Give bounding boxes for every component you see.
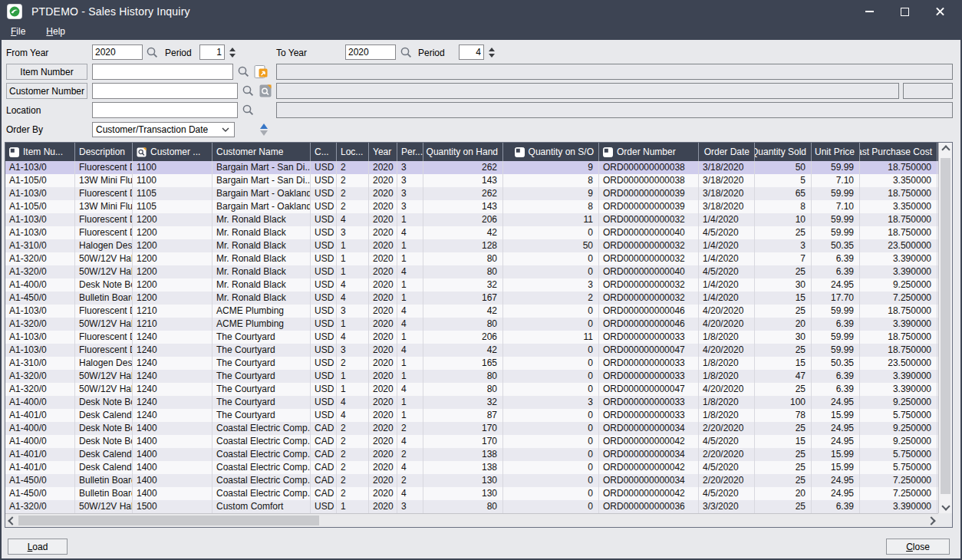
table-row[interactable]: A1-105/013W Mini Fluore...1105Bargain Ma… — [5, 200, 938, 213]
customer-inquiry-icon[interactable] — [259, 84, 272, 98]
scroll-left-button[interactable] — [7, 514, 18, 527]
location-finder-icon[interactable] — [242, 104, 255, 117]
table-row[interactable]: A1-320/050W/12V Halog...1500Custom Comfo… — [5, 500, 938, 513]
cell-customer_number: 1200 — [133, 213, 212, 226]
from-period-label: Period — [165, 48, 192, 58]
cell-quantity_on_so: 0 — [503, 435, 599, 448]
table-row[interactable]: A1-310/0Halogen Desk Li...1240The Courty… — [5, 357, 938, 370]
menu-help[interactable]: Help — [46, 26, 65, 37]
scroll-down-button[interactable] — [939, 501, 952, 512]
vertical-scroll-thumb[interactable] — [941, 158, 950, 494]
scroll-up-button[interactable] — [939, 144, 952, 155]
table-row[interactable]: A1-450/0Bulletin Board1200Mr. Ronald Bla… — [5, 292, 938, 305]
column-header-order_number[interactable]: Order Number — [599, 143, 699, 161]
table-row[interactable]: A1-400/0Desk Note Book1400Coastal Electr… — [5, 422, 938, 435]
sort-direction-control[interactable] — [259, 121, 269, 138]
customer-finder-icon[interactable] — [242, 84, 255, 97]
column-header-description[interactable]: Description — [75, 143, 133, 161]
item-number-input[interactable] — [92, 64, 233, 80]
column-header-quantity_on_so[interactable]: Quantity on S/O — [503, 143, 599, 161]
item-finder-icon[interactable] — [237, 65, 250, 78]
table-row[interactable]: A1-103/0Fluorescent Des...1200Mr. Ronald… — [5, 213, 938, 226]
table-row[interactable]: A1-450/0Bulletin Board1400Coastal Electr… — [5, 487, 938, 500]
table-row[interactable]: A1-320/050W/12V Halog...1210ACME Plumbin… — [5, 318, 938, 331]
table-row[interactable]: A1-103/0Fluorescent Des...1210ACME Plumb… — [5, 305, 938, 318]
table-row[interactable]: A1-401/0Desk Calendar ...1400Coastal Ele… — [5, 461, 938, 474]
table-row[interactable]: A1-400/0Desk Note Book1240The CourtyardU… — [5, 396, 938, 409]
table-row[interactable]: A1-320/050W/12V Halog...1200Mr. Ronald B… — [5, 265, 938, 278]
table-row[interactable]: A1-401/0Desk Calendar ...1240The Courtya… — [5, 409, 938, 422]
menu-file[interactable]: File — [11, 26, 25, 37]
cell-location: 2 — [337, 422, 369, 435]
column-header-quantity_on_hand[interactable]: Quantity on Hand — [423, 143, 503, 161]
close-window-button[interactable] — [922, 0, 957, 23]
column-header-customer_name[interactable]: Customer Name — [212, 143, 311, 161]
cell-year: 2020 — [369, 239, 397, 252]
column-header-order_date[interactable]: Order Date — [699, 143, 755, 161]
column-header-period[interactable]: Per... — [397, 143, 423, 161]
cell-last_purchase_cost: 5.750000 — [860, 409, 937, 422]
table-row[interactable]: A1-103/0Fluorescent Des...1240The Courty… — [5, 331, 938, 344]
cell-order_date: 1/4/2020 — [699, 278, 755, 292]
cell-quantity_on_hand: 130 — [423, 487, 503, 500]
close-button[interactable]: Close — [886, 539, 950, 555]
column-header-year[interactable]: Year — [369, 143, 397, 161]
table-row[interactable]: A1-310/0Halogen Desk Li...1200Mr. Ronald… — [5, 239, 938, 252]
column-header-location[interactable]: Loc... — [337, 143, 369, 161]
table-row[interactable]: A1-103/0Fluorescent Des...1200Mr. Ronald… — [5, 226, 938, 239]
table-row[interactable]: A1-103/0Fluorescent Des...1240The Courty… — [5, 344, 938, 357]
column-header-item_number[interactable]: Item Nu... — [5, 143, 75, 161]
table-row[interactable]: A1-103/0Fluorescent Des...1100Bargain Ma… — [5, 161, 938, 174]
from-year-finder-icon[interactable] — [146, 46, 159, 59]
cell-quantity_on_so: 0 — [503, 500, 599, 513]
item-drilldown-icon[interactable] — [254, 64, 268, 79]
horizontal-scrollbar[interactable] — [5, 513, 938, 527]
column-header-quantity_sold[interactable]: Quantity Sold — [755, 143, 812, 161]
from-year-input[interactable] — [92, 44, 143, 60]
scroll-right-button[interactable] — [926, 514, 937, 527]
column-header-currency[interactable]: C... — [311, 143, 337, 161]
cell-unit_price: 15.99 — [812, 461, 860, 474]
load-button[interactable]: Load — [8, 539, 68, 555]
table-row[interactable]: A1-320/050W/12V Halog...1240The Courtyar… — [5, 370, 938, 383]
table-row[interactable]: A1-105/013W Mini Fluore...1100Bargain Ma… — [5, 174, 938, 187]
drilldown-icon — [515, 147, 525, 157]
from-period-spinner[interactable] — [227, 44, 237, 60]
cell-last_purchase_cost: 5.750000 — [860, 448, 937, 461]
from-period-input[interactable] — [199, 44, 225, 60]
table-row[interactable]: A1-103/0Fluorescent Des...1105Bargain Ma… — [5, 187, 938, 200]
column-header-customer_number[interactable]: Customer ... — [133, 143, 212, 161]
customer-number-button[interactable]: Customer Number — [6, 83, 87, 99]
table-row[interactable]: A1-450/0Bulletin Board1400Coastal Electr… — [5, 474, 938, 487]
table-row[interactable]: A1-320/050W/12V Halog...1200Mr. Ronald B… — [5, 252, 938, 265]
cell-customer_name: Bargain Mart - Oakland — [212, 200, 311, 213]
minimize-button[interactable] — [852, 0, 887, 23]
to-period-spinner[interactable] — [486, 44, 496, 60]
cell-quantity_on_hand: 165 — [423, 357, 503, 370]
customer-number-input[interactable] — [92, 83, 238, 99]
table-row[interactable]: A1-400/0Desk Note Book1400Coastal Electr… — [5, 435, 938, 448]
order-by-select[interactable]: Customer/Transaction Date — [92, 122, 235, 137]
maximize-button[interactable] — [887, 0, 922, 23]
item-number-button[interactable]: Item Number — [6, 64, 87, 80]
horizontal-scroll-thumb[interactable] — [18, 516, 319, 525]
cell-currency: CAD — [311, 435, 337, 448]
table-row[interactable]: A1-401/0Desk Calendar ...1400Coastal Ele… — [5, 448, 938, 461]
table-row[interactable]: A1-400/0Desk Note Book1200Mr. Ronald Bla… — [5, 278, 938, 292]
cell-quantity_on_hand: 80 — [423, 500, 503, 513]
location-input[interactable] — [92, 102, 238, 118]
to-year-input[interactable] — [345, 44, 396, 60]
column-header-last_purchase_cost[interactable]: Last Purchase Cost — [860, 143, 937, 161]
cell-customer_number: 1200 — [133, 292, 212, 305]
vertical-scrollbar[interactable] — [938, 143, 952, 513]
cell-last_purchase_cost: 5.750000 — [860, 461, 937, 474]
cell-quantity_sold: 50 — [755, 161, 812, 174]
table-row[interactable]: A1-320/050W/12V Halog...1240The Courtyar… — [5, 383, 938, 396]
column-header-unit_price[interactable]: Unit Price — [812, 143, 860, 161]
cell-year: 2020 — [369, 448, 397, 461]
cell-currency: USD — [311, 383, 337, 396]
to-year-finder-icon[interactable] — [400, 46, 413, 59]
cell-quantity_on_so: 3 — [503, 278, 599, 292]
cell-quantity_sold: 25 — [755, 305, 812, 318]
to-period-input[interactable] — [459, 44, 484, 60]
